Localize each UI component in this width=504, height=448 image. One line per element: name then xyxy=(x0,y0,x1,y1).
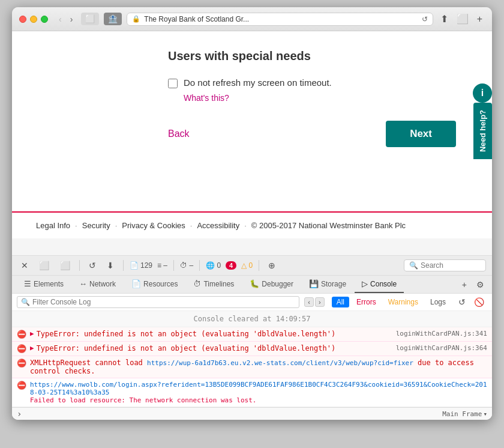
devtools-reload-button[interactable]: ↺ xyxy=(86,259,99,271)
filter-input[interactable] xyxy=(32,298,295,306)
search-input[interactable] xyxy=(421,261,481,270)
devtools-close-button[interactable]: ✕ xyxy=(18,259,31,271)
tab-storage[interactable]: 💾 Storage xyxy=(302,276,353,293)
expand-icon-1[interactable]: ▶ xyxy=(30,330,34,338)
xml-error-icon: ⛔ xyxy=(17,359,26,368)
globe-button[interactable]: ⊕ xyxy=(265,259,278,271)
maximize-button[interactable] xyxy=(41,16,48,23)
main-frame-selector[interactable]: Main Frame ▾ xyxy=(442,410,487,418)
filter-input-area[interactable]: 🔍 xyxy=(17,296,299,308)
minimize-button[interactable] xyxy=(30,16,37,23)
tab-resources[interactable]: 📄 Resources xyxy=(124,276,185,293)
console-xml-row: ⛔ XMLHttpRequest cannot load https://wup… xyxy=(12,356,492,378)
debugger-icon: 🐛 xyxy=(250,279,259,288)
filter-errors[interactable]: Errors xyxy=(352,297,381,307)
filter-counter: ≡ – xyxy=(157,261,167,270)
sep1: · xyxy=(75,221,77,230)
gap-area xyxy=(12,238,492,255)
next-arrow[interactable]: › xyxy=(315,297,325,307)
devtools-split-button[interactable]: ⬜ xyxy=(36,259,52,271)
forward-button[interactable]: › xyxy=(67,13,77,25)
back-link[interactable]: Back xyxy=(168,129,190,139)
error-icon-1: ⛔ xyxy=(17,330,26,339)
filter-arrows: ‹ › xyxy=(304,297,324,307)
sidebar-button[interactable]: 🏦 xyxy=(104,13,122,25)
browser-content: Users with special needs Do not refresh … xyxy=(12,31,492,420)
devtools-settings-button[interactable]: ⚙ xyxy=(473,279,487,291)
timer-counter: ⏱ – xyxy=(180,261,193,270)
devtools-panel: ✕ ⬜ ⬜ ↺ ⬇ 📄 129 ≡ – ⏱ – 🌐 0 4 △ 0 xyxy=(12,255,492,420)
tab-timelines-label: Timelines xyxy=(203,280,234,288)
sep4: · xyxy=(244,221,247,230)
new-tab-button[interactable]: ⬜ xyxy=(454,12,471,26)
search-icon: 🔍 xyxy=(409,261,418,270)
tab-debugger[interactable]: 🐛 Debugger xyxy=(242,276,301,293)
site-footer: Legal Info · Security · Privacy & Cookie… xyxy=(12,211,492,238)
address-text: The Royal Bank of Scotland Gr... xyxy=(144,15,418,23)
console-error-row-2: ⛔ ▶ TypeError: undefined is not an objec… xyxy=(12,342,492,356)
error-source-1[interactable]: loginWithCardPAN.js:341 xyxy=(396,330,487,338)
tab-network[interactable]: ↔ Network xyxy=(72,276,123,293)
main-frame-chevron: ▾ xyxy=(483,410,487,418)
storage-icon: 💾 xyxy=(309,279,319,288)
devtools-add-button[interactable]: + xyxy=(459,279,470,291)
sep3 xyxy=(173,260,174,271)
tab-console-label: Console xyxy=(370,280,397,288)
toolbar-right: ⬆ ⬜ + xyxy=(438,12,485,26)
need-help-button[interactable]: Need help? xyxy=(473,103,492,159)
info-icon: i xyxy=(473,83,492,103)
error-msg-2: TypeError: undefined is not an object (e… xyxy=(37,344,396,353)
console-output: Console cleared at 14:09:57 ⛔ ▶ TypeErro… xyxy=(12,311,492,420)
console-refresh-button[interactable]: ↺ xyxy=(455,296,469,308)
console-clear-button[interactable]: 🚫 xyxy=(471,296,487,308)
network-error-msg: Failed to load resource: The network con… xyxy=(30,396,487,404)
filter-logs[interactable]: Logs xyxy=(425,297,451,307)
network-url[interactable]: https://www.nwolb.com/login.aspx?referid… xyxy=(30,381,487,396)
devtools-download-button[interactable]: ⬇ xyxy=(104,259,117,271)
accessibility-link[interactable]: Accessibility xyxy=(197,221,239,230)
share-button[interactable]: ⬆ xyxy=(438,12,451,26)
tab-console[interactable]: ▷ Console xyxy=(355,276,404,293)
expand-icon-2[interactable]: ▶ xyxy=(30,344,34,352)
sep2: · xyxy=(115,221,118,230)
filter-all[interactable]: All xyxy=(332,297,349,307)
page-count: 📄 129 xyxy=(130,261,152,270)
network-error-icon: ⛔ xyxy=(17,381,26,390)
whats-this-link[interactable]: What's this? xyxy=(184,93,456,103)
main-frame-label: Main Frame xyxy=(442,410,482,418)
sep3: · xyxy=(190,221,193,230)
xml-error-msg: XMLHttpRequest cannot load https://wup-6… xyxy=(30,359,487,375)
filter-warnings[interactable]: Warnings xyxy=(383,297,423,307)
tab-view-button[interactable]: ⬜ xyxy=(81,13,99,25)
checkbox-row: Do not refresh my screen on timeout. xyxy=(168,77,456,88)
xml-url[interactable]: https://wup-6a1d7b63.eu.v2.we-stats.com/… xyxy=(147,359,413,367)
error-counter: 4 xyxy=(226,261,236,270)
filter-badges: All Errors Warnings Logs xyxy=(332,297,451,307)
console-error-row-1: ⛔ ▶ TypeError: undefined is not an objec… xyxy=(12,327,492,342)
browser-titlebar: ‹ › ⬜ 🏦 🔒 The Royal Bank of Scotland Gr.… xyxy=(12,7,492,31)
address-bar[interactable]: 🔒 The Royal Bank of Scotland Gr... ↺ xyxy=(127,13,433,26)
prev-arrow[interactable]: ‹ xyxy=(304,297,314,307)
tab-network-label: Network xyxy=(89,280,116,288)
console-prompt-input[interactable] xyxy=(22,410,442,418)
back-button[interactable]: ‹ xyxy=(55,13,65,25)
timelines-icon: ⏱ xyxy=(193,279,201,288)
add-tab-button[interactable]: + xyxy=(475,13,485,26)
network-icon: ↔ xyxy=(79,279,87,288)
console-icon: ▷ xyxy=(362,279,368,288)
devtools-search[interactable]: 🔍 xyxy=(404,259,486,271)
devtools-layout-button[interactable]: ⬜ xyxy=(57,259,73,271)
no-refresh-checkbox[interactable] xyxy=(168,79,178,88)
security-link[interactable]: Security xyxy=(82,221,110,230)
error-source-2[interactable]: loginWithCardPAN.js:364 xyxy=(396,344,487,352)
tab-elements[interactable]: ☰ Elements xyxy=(17,276,71,293)
tab-timelines[interactable]: ⏱ Timelines xyxy=(186,276,241,293)
nav-buttons: ‹ › xyxy=(55,13,76,25)
legal-info-link[interactable]: Legal Info xyxy=(36,221,70,230)
reload-icon[interactable]: ↺ xyxy=(422,15,428,23)
elements-icon: ☰ xyxy=(24,279,31,288)
tab-storage-label: Storage xyxy=(321,280,346,288)
privacy-link[interactable]: Privacy & Cookies xyxy=(122,221,185,230)
close-button[interactable] xyxy=(19,16,26,23)
next-button[interactable]: Next xyxy=(386,121,456,147)
